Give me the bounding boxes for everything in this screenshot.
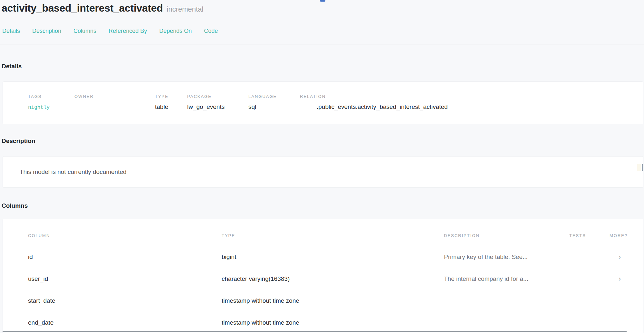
nav-link-depends-on[interactable]: Depends On: [159, 28, 192, 34]
description-card: This model is not currently documented: [3, 156, 643, 188]
column-description: Primary key of the table. See...: [444, 253, 569, 261]
column-type: timestamp without time zone: [222, 297, 444, 304]
column-type: timestamp without time zone: [222, 319, 444, 326]
field-label: RELATION: [300, 94, 643, 99]
nav-link-code[interactable]: Code: [204, 28, 218, 34]
table-row-user-id[interactable]: user_id character varying(16383) The int…: [28, 268, 643, 290]
header-column: COLUMN: [28, 233, 222, 238]
field-value: sql: [248, 103, 300, 110]
details-field-owner: OWNER: [74, 94, 155, 124]
field-label: PACKAGE: [187, 94, 248, 99]
field-label: TYPE: [155, 94, 187, 99]
materialization-badge: incremental: [167, 5, 204, 14]
column-type: bigint: [222, 253, 444, 261]
field-value: table: [155, 103, 187, 110]
nav-link-referenced-by[interactable]: Referenced By: [109, 28, 147, 34]
truncated-edit-control-fragment: [637, 164, 643, 171]
field-label: LANGUAGE: [248, 94, 300, 99]
nav-link-columns[interactable]: Columns: [73, 28, 96, 34]
header-type: TYPE: [222, 233, 444, 238]
field-value: lw_go_events: [187, 103, 248, 110]
columns-table-body: id bigint Primary key of the table. See.…: [28, 246, 643, 333]
table-row-end-date[interactable]: end_date timestamp without time zone: [28, 312, 643, 333]
field-label: OWNER: [74, 94, 155, 99]
details-field-tags: TAGS nightly: [28, 94, 74, 124]
column-name: id: [28, 253, 222, 261]
header-description: DESCRIPTION: [444, 233, 569, 238]
column-name: user_id: [28, 275, 222, 282]
table-row-start-date[interactable]: start_date timestamp without time zone: [28, 290, 643, 312]
description-text: This model is not currently documented: [20, 168, 643, 176]
model-header: activity_based_interest_activated increm…: [0, 0, 644, 44]
columns-card: COLUMN TYPE DESCRIPTION TESTS MORE? id b…: [3, 219, 643, 333]
details-field-package: PACKAGE lw_go_events: [187, 94, 248, 124]
details-field-type: TYPE table: [155, 94, 187, 124]
section-nav: Details Description Columns Referenced B…: [2, 28, 644, 34]
description-section-heading: Description: [0, 137, 644, 145]
column-type: character varying(16383): [222, 275, 444, 282]
column-name: start_date: [28, 297, 222, 304]
nav-link-description[interactable]: Description: [32, 28, 61, 34]
header-more: MORE?: [610, 233, 643, 238]
chevron-right-icon[interactable]: ›: [610, 276, 643, 282]
columns-table-header: COLUMN TYPE DESCRIPTION TESTS MORE?: [28, 233, 643, 238]
cutoff-divider: [3, 331, 627, 332]
chevron-right-icon[interactable]: ›: [610, 254, 643, 260]
truncated-toolbar-fragment: [320, 0, 325, 2]
details-section-heading: Details: [0, 62, 644, 70]
table-row-id[interactable]: id bigint Primary key of the table. See.…: [28, 246, 643, 268]
tag-link-nightly[interactable]: nightly: [28, 105, 50, 110]
details-field-relation: RELATION .public_events.activity_based_i…: [300, 94, 643, 124]
column-description: The internal company id for a...: [444, 275, 569, 282]
field-label: TAGS: [28, 94, 74, 99]
page-title: activity_based_interest_activated: [2, 2, 163, 14]
column-name: end_date: [28, 319, 222, 326]
nav-link-details[interactable]: Details: [2, 28, 20, 34]
relation-value: .public_events.activity_based_interest_a…: [300, 103, 643, 110]
header-tests: TESTS: [569, 233, 610, 238]
columns-section-heading: Columns: [0, 202, 644, 210]
details-field-language: LANGUAGE sql: [248, 94, 300, 124]
details-card: TAGS nightly OWNER TYPE table PACKAGE lw…: [3, 81, 643, 124]
